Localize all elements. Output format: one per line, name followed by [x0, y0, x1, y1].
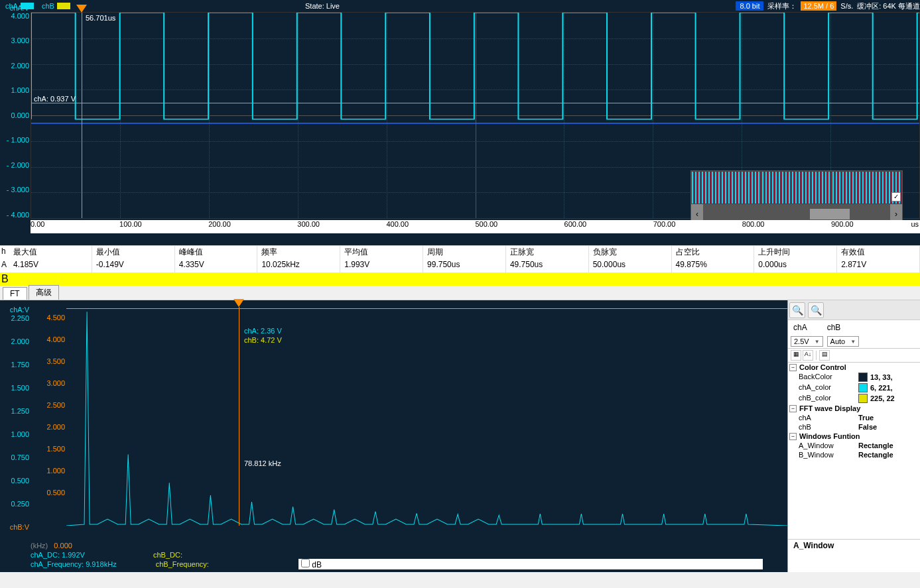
prop-display-chb[interactable]: chB False: [788, 422, 920, 432]
cha-scale-value: 2.5V: [794, 337, 809, 345]
waveform-plot[interactable]: 56.701us chA: 0.937 V ✓ ‹ ›: [31, 12, 920, 219]
fft-y-label-a: chA:V: [0, 306, 29, 314]
prop-key: B_Window: [799, 451, 858, 459]
prop-val: 225, 22: [870, 394, 895, 402]
y-tick: - 1.000: [0, 136, 29, 144]
measurement-row-b: B: [0, 272, 920, 286]
y-tick: 1.000: [0, 86, 29, 94]
property-pages-icon[interactable]: ▤: [819, 350, 830, 361]
y-axis-label: chA:V: [0, 4, 29, 12]
prop-a-window[interactable]: A_Window Rectangle: [788, 441, 920, 450]
fft-cursor-marker-icon[interactable]: [233, 299, 244, 307]
x-tick: 900.00: [831, 220, 854, 228]
section-title: Windows Funtion: [799, 432, 860, 440]
property-grid: − Color Control BackColor 13, 33, chA_co…: [788, 363, 920, 459]
chb-col-label: chB: [827, 323, 841, 332]
prop-key: BackColor: [799, 373, 858, 382]
fft-plot[interactable]: chA: 2.36 V chB: 4.72 V 78.812 kHz: [66, 307, 787, 526]
y-tick: 2.000: [0, 62, 29, 70]
channel-b-swatch: [57, 3, 70, 9]
y-tick: 0.000: [0, 111, 29, 119]
val-avg: 1.993V: [340, 259, 423, 272]
prop-backcolor[interactable]: BackColor 13, 33,: [788, 372, 920, 382]
overview-checkbox[interactable]: ✓: [891, 192, 901, 202]
fft-y-tick: 1.250: [0, 407, 29, 415]
channel-select-labels: chA chB: [788, 320, 920, 335]
scroll-thumb[interactable]: [810, 209, 850, 219]
fft-cursor-chb-label: chB: 4.72 V: [244, 336, 282, 344]
col-max: 最大值: [9, 246, 92, 259]
chb-scale-dropdown[interactable]: Auto ▼: [827, 336, 860, 347]
collapse-icon[interactable]: −: [789, 364, 797, 371]
time-cursor-marker-icon[interactable]: [76, 5, 87, 13]
collapse-icon[interactable]: −: [789, 433, 797, 440]
prop-key: chB: [799, 423, 858, 431]
color-swatch: [858, 383, 868, 392]
x-tick: 700.00: [653, 220, 676, 228]
prop-b-window[interactable]: B_Window Rectangle: [788, 450, 920, 459]
measurement-row-a: A 4.185V -0.149V 4.335V 10.025kHz 1.993V…: [0, 259, 920, 272]
section-fft-display[interactable]: − FFT wave Display: [788, 404, 920, 413]
tab-fft[interactable]: FT: [3, 287, 27, 300]
cha-col-label: chA: [793, 323, 807, 332]
overview-segment: [691, 171, 761, 204]
prop-cha-color[interactable]: chA_color 6, 221,: [788, 382, 920, 393]
db-checkbox[interactable]: [301, 559, 310, 567]
fft-freq-cursor[interactable]: [239, 307, 239, 526]
chevron-down-icon: ▼: [850, 339, 856, 345]
voltage-cursor-label: chA: 0.937 V: [34, 95, 76, 103]
cha-scale-dropdown[interactable]: 2.5V ▼: [791, 336, 823, 347]
x-tick: 600.00: [564, 220, 587, 228]
section-window-function[interactable]: − Windows Funtion: [788, 432, 920, 441]
categorize-icon[interactable]: ▦: [791, 350, 801, 361]
prop-val: 13, 33,: [870, 373, 893, 381]
sample-rate-unit: S/s.: [840, 2, 853, 10]
x-tick: 0.00: [31, 220, 44, 228]
fft-y-tick: 1.000: [0, 430, 29, 438]
zoom-in-icon[interactable]: 🔍: [789, 302, 805, 318]
header-right-info: 8.0 bit 采样率： 12.5M / 6 S/s. 缓冲区: 64K 每通道: [736, 1, 920, 11]
fft-y-tick-b: 2.000: [36, 423, 65, 431]
prop-display-cha[interactable]: chA True: [788, 413, 920, 422]
x-unit: us: [911, 220, 919, 228]
time-cursor-line[interactable]: [82, 13, 82, 218]
val-pkpk: 4.335V: [175, 259, 258, 272]
sample-rate-label: 采样率：: [767, 1, 797, 11]
fft-y-tick-b: 1.000: [36, 467, 65, 475]
row-a-label: A: [0, 259, 9, 272]
collapse-icon[interactable]: −: [789, 405, 797, 412]
chevron-down-icon: ▼: [815, 339, 820, 345]
col-duty: 占空比: [672, 246, 755, 259]
prop-val: False: [858, 423, 919, 431]
separator: [816, 351, 817, 360]
col-neg-width: 负脉宽: [589, 246, 672, 259]
prop-key: chB_color: [799, 394, 858, 403]
prop-key: chA_color: [799, 383, 858, 392]
overview-segment: [761, 171, 832, 204]
measurement-header: h 最大值 最小值 峰峰值 频率 平均值 周期 正脉宽 负脉宽 占空比 上升时间…: [0, 246, 920, 259]
fft-y-tick: 2.000: [0, 337, 29, 345]
fft-y-axis-right: 4.500 4.000 3.500 3.000 2.500 2.000 1.50…: [31, 307, 66, 526]
property-status-bar: A_Window: [788, 539, 920, 552]
val-rise: 0.000us: [754, 259, 837, 272]
fft-y-tick: 0.250: [0, 500, 29, 508]
val-period: 99.750us: [423, 259, 506, 272]
fft-amp-cursor[interactable]: [66, 308, 787, 309]
fft-y-axis-left: chA:V 2.250 2.000 1.750 1.500 1.250 1.00…: [0, 307, 31, 539]
val-freq: 10.025kHz: [257, 259, 340, 272]
voltage-cursor-line[interactable]: [31, 103, 919, 103]
val-rms: 2.871V: [837, 259, 920, 272]
fft-y-tick: 2.250: [0, 314, 29, 322]
col-pos-width: 正脉宽: [506, 246, 589, 259]
zoom-out-icon[interactable]: 🔍: [808, 302, 824, 318]
prop-chb-color[interactable]: chB_color 225, 22: [788, 393, 920, 404]
tab-advanced[interactable]: 高级: [29, 285, 59, 300]
fft-plot-area[interactable]: chA:V 2.250 2.000 1.750 1.500 1.250 1.00…: [0, 300, 787, 572]
sort-az-icon[interactable]: A↓: [803, 350, 813, 361]
section-color-control[interactable]: − Color Control: [788, 363, 920, 372]
waveform-overview[interactable]: ✓ ‹ ›: [690, 170, 903, 223]
fft-cha-dc: chA_DC: 1.992V: [31, 551, 85, 559]
val-neg-width: 50.000us: [589, 259, 672, 272]
fft-panel-container: chA:V 2.250 2.000 1.750 1.500 1.250 1.00…: [0, 300, 920, 572]
measurement-table: h 最大值 最小值 峰峰值 频率 平均值 周期 正脉宽 负脉宽 占空比 上升时间…: [0, 245, 920, 286]
